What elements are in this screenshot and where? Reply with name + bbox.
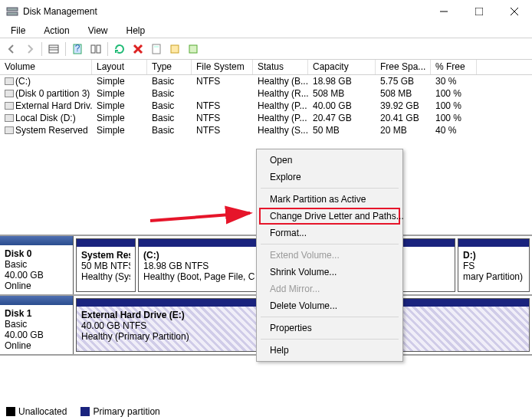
menu-action[interactable]: Action (36, 24, 77, 38)
partition[interactable]: D:) FS mary Partition) (458, 238, 530, 292)
svg-text:?: ? (75, 43, 80, 54)
svg-line-19 (150, 213, 250, 221)
table-row[interactable]: (C:)SimpleBasicNTFSHealthy (B...18.98 GB… (0, 75, 532, 87)
maximize-button[interactable] (461, 0, 497, 23)
disk1-state: Online (5, 340, 31, 351)
swatch-primary (80, 407, 90, 416)
svg-rect-16 (154, 46, 159, 48)
svg-rect-15 (153, 44, 160, 54)
ctx-help[interactable]: Help (259, 342, 400, 359)
ctx-format[interactable]: Format... (259, 225, 400, 241)
drive-icon (5, 102, 14, 110)
separator (41, 42, 42, 56)
svg-rect-17 (171, 45, 179, 53)
table-row[interactable]: Local Disk (D:)SimpleBasicNTFSHealthy (P… (0, 112, 532, 124)
delete-icon[interactable] (130, 41, 146, 57)
titlebar: Disk Management (0, 0, 532, 23)
menu-file[interactable]: File (3, 24, 33, 38)
swatch-unallocated (6, 407, 15, 416)
properties-icon[interactable] (148, 41, 165, 57)
volumes-table: Volume Layout Type File System Status Ca… (0, 60, 532, 136)
menu-view[interactable]: View (80, 24, 116, 38)
disk1-kind: Basic (5, 319, 27, 330)
col-filesystem[interactable]: File System (192, 60, 253, 74)
ctx-explore[interactable]: Explore (259, 169, 400, 185)
col-volume[interactable]: Volume (0, 60, 92, 74)
ctx-properties[interactable]: Properties (259, 320, 400, 336)
ctx-delete[interactable]: Delete Volume... (259, 297, 400, 314)
disk0-state: Online (5, 281, 31, 291)
forward-button[interactable] (21, 41, 38, 57)
menubar: File Action View Help (0, 23, 532, 38)
svg-rect-11 (91, 45, 95, 53)
action2-icon[interactable] (185, 41, 202, 57)
col-free[interactable]: Free Spa... (376, 60, 431, 74)
table-row[interactable]: (Disk 0 partition 3)SimpleBasicHealthy (… (0, 87, 532, 100)
drive-icon (5, 114, 14, 122)
col-layout[interactable]: Layout (92, 60, 147, 74)
legend: Unallocated Primary partition (6, 406, 160, 417)
separator (261, 317, 399, 317)
minimize-button[interactable] (426, 0, 461, 23)
table-header: Volume Layout Type File System Status Ca… (0, 60, 532, 75)
separator (107, 42, 108, 56)
window-title: Disk Management (23, 6, 426, 17)
separator (261, 244, 399, 244)
separator (261, 188, 399, 189)
disk0-kind: Basic (5, 259, 27, 270)
refresh-button[interactable] (111, 41, 128, 57)
context-menu: Open Explore Mark Partition as Active Ch… (256, 149, 403, 362)
svg-rect-1 (7, 12, 18, 15)
disk1-label: Disk 1 (5, 308, 31, 319)
toolbar: ? (0, 38, 532, 60)
annotation-arrow (150, 205, 265, 231)
col-status[interactable]: Status (253, 60, 308, 74)
ctx-mirror: Add Mirror... (259, 281, 400, 297)
col-capacity[interactable]: Capacity (308, 60, 376, 74)
disk1-size: 40.00 GB (5, 330, 44, 340)
separator (65, 42, 66, 56)
disk0-info[interactable]: Disk 0 Basic 40.00 GB Online (0, 236, 74, 294)
settings-button[interactable] (87, 41, 104, 57)
drive-icon (5, 90, 14, 97)
ctx-shrink[interactable]: Shrink Volume... (259, 264, 400, 281)
app-icon (6, 5, 18, 18)
table-row[interactable]: System ReservedSimpleBasicNTFSHealthy (S… (0, 124, 532, 136)
ctx-change-drive-letter[interactable]: Change Drive Letter and Paths... (259, 208, 400, 225)
separator (261, 339, 399, 340)
col-pctfree[interactable]: % Free (431, 60, 477, 74)
col-type[interactable]: Type (147, 60, 192, 74)
svg-rect-6 (49, 45, 58, 53)
ctx-open[interactable]: Open (259, 152, 400, 169)
svg-rect-3 (475, 8, 483, 15)
ctx-mark-active[interactable]: Mark Partition as Active (259, 191, 400, 208)
drive-icon (5, 126, 14, 134)
ctx-extend: Extend Volume... (259, 247, 400, 264)
svg-rect-18 (189, 45, 197, 53)
menu-help[interactable]: Help (119, 24, 153, 38)
back-button[interactable] (3, 41, 20, 57)
view-list-button[interactable] (45, 41, 62, 57)
svg-rect-12 (97, 45, 100, 53)
drive-icon (5, 77, 14, 85)
disk1-info[interactable]: Disk 1 Basic 40.00 GB Online (0, 296, 74, 354)
close-button[interactable] (497, 0, 532, 23)
help-button[interactable]: ? (69, 41, 86, 57)
table-row[interactable]: External Hard Driv...SimpleBasicNTFSHeal… (0, 100, 532, 112)
partition[interactable]: System Res 50 MB NTFS Healthy (Sys (76, 238, 136, 292)
disk0-size: 40.00 GB (5, 270, 44, 281)
disk0-label: Disk 0 (5, 248, 31, 259)
action-icon[interactable] (166, 41, 183, 57)
svg-rect-0 (7, 8, 18, 11)
